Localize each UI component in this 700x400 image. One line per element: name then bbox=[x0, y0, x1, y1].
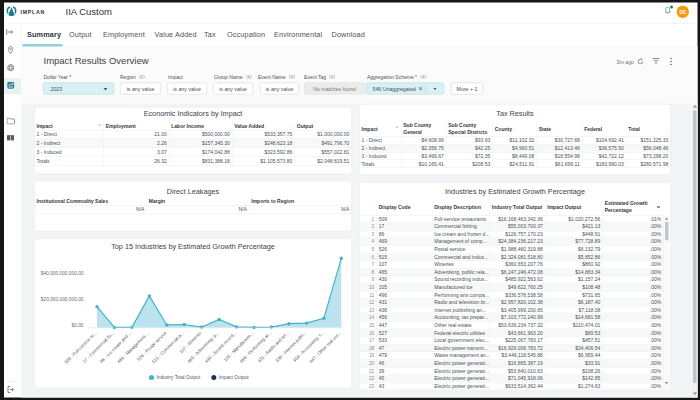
svg-text:105 - Manufacture...: 105 - Manufacture... bbox=[223, 330, 255, 362]
svg-text:430 - Sound record...: 430 - Sound record... bbox=[204, 330, 237, 363]
svg-text:526 - Postal service: 526 - Postal service bbox=[136, 330, 168, 362]
svg-text:$20,000,000,000.00: $20,000,000,000.00 bbox=[41, 297, 84, 302]
svg-text:447 - Other real est...: 447 - Other real est... bbox=[308, 330, 342, 364]
svg-text:465 - Advertising, p...: 465 - Advertising, p... bbox=[186, 330, 219, 363]
svg-text:Industry Total Output: Industry Total Output bbox=[157, 375, 201, 380]
svg-text:515 - Commercial a...: 515 - Commercial a... bbox=[151, 330, 185, 364]
svg-text:17 - Commercial fis...: 17 - Commercial fis... bbox=[82, 330, 116, 364]
svg-text:456 - Accounting, t...: 456 - Accounting, t... bbox=[292, 330, 325, 363]
svg-text:$0.00: $0.00 bbox=[71, 323, 83, 328]
svg-text:Impact Output: Impact Output bbox=[219, 375, 250, 380]
svg-text:496 - Performing ar...: 496 - Performing ar... bbox=[239, 330, 272, 363]
svg-text:509 - Full-service re...: 509 - Full-service re... bbox=[63, 330, 97, 364]
svg-text:$40,000,000,000.00: $40,000,000,000.00 bbox=[41, 271, 84, 276]
svg-text:438 - Internet publi...: 438 - Internet publi... bbox=[274, 330, 307, 363]
svg-text:86 - Ice cream and ...: 86 - Ice cream and ... bbox=[99, 330, 133, 364]
svg-text:469 - Management ...: 469 - Management ... bbox=[116, 330, 150, 364]
svg-text:431 - Radio and tel...: 431 - Radio and tel... bbox=[257, 330, 290, 363]
